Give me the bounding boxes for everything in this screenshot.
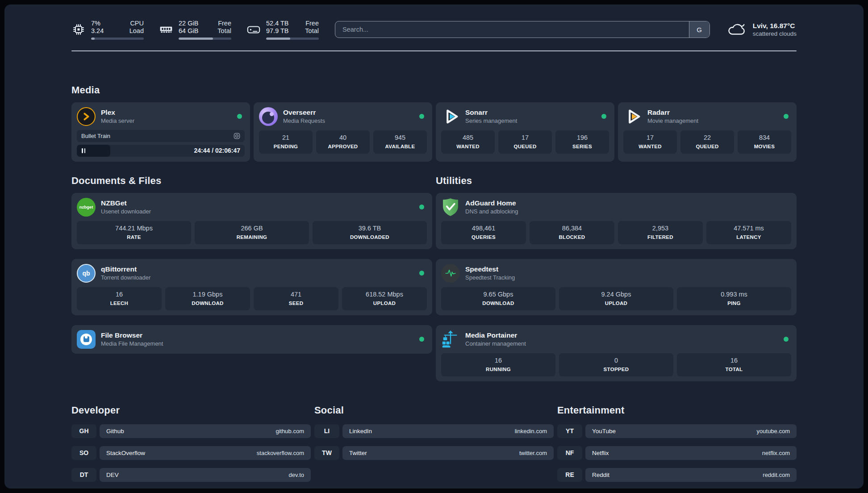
stat-tile: 17WANTED <box>623 130 677 154</box>
developer-section-title: Developer <box>71 405 311 416</box>
social-section-title: Social <box>314 405 554 416</box>
session-settings-icon[interactable] <box>234 133 240 139</box>
app-card-sonarr[interactable]: Sonarr Series management 485WANTED 17QUE… <box>436 102 614 162</box>
status-dot <box>419 205 424 209</box>
link-url: reddit.com <box>763 472 790 478</box>
link-abbr[interactable]: DT <box>71 468 96 482</box>
playback-progressbar: 24:44 / 02:06:47 <box>77 145 245 157</box>
link-twitter[interactable]: Twitter twitter.com <box>342 446 554 460</box>
app-subtitle: Torrent downloader <box>101 274 150 281</box>
stat-value: 618.52 Mbps <box>344 291 425 298</box>
stat-tile: 618.52 MbpsUPLOAD <box>342 287 427 310</box>
link-url: dev.to <box>289 472 304 478</box>
status-dot <box>601 114 606 119</box>
stat-tile: 744.21 MbpsRATE <box>77 221 191 244</box>
stat-value: 17 <box>500 134 550 142</box>
link-url: netflix.com <box>762 450 790 456</box>
memory-data: 22 GiB 64 GiB Free Total <box>179 20 231 40</box>
link-linkedin[interactable]: LinkedIn linkedin.com <box>342 424 554 438</box>
app-title: Radarr <box>647 108 698 117</box>
app-title: Overseerr <box>283 108 325 117</box>
stat-value: 0 <box>561 357 672 364</box>
link-abbr[interactable]: TW <box>314 446 339 460</box>
link-dev[interactable]: DEV dev.to <box>100 468 311 482</box>
disk-progress-fill <box>266 38 290 40</box>
link-name: StackOverflow <box>106 450 145 456</box>
link-abbr[interactable]: GH <box>71 424 96 438</box>
weather-condition: scattered clouds <box>753 30 797 38</box>
app-card-portainer[interactable]: Media Portainer Container management 16R… <box>436 325 797 381</box>
app-subtitle: Usenet downloader <box>101 208 151 215</box>
link-abbr[interactable]: YT <box>557 424 582 438</box>
app-title: qBittorrent <box>101 265 150 273</box>
cpu-values: 7% 3.24 <box>91 20 104 35</box>
app-subtitle: Media Requests <box>283 117 325 125</box>
stat-tile: 834MOVIES <box>738 130 791 154</box>
link-name: Netflix <box>592 450 609 456</box>
stat-label: REMAINING <box>196 234 307 240</box>
link-stackoverflow[interactable]: StackOverflow stackoverflow.com <box>100 446 311 460</box>
stat-label: PENDING <box>261 143 311 150</box>
search-engine-button[interactable]: G <box>689 21 709 38</box>
link-abbr[interactable]: LI <box>314 424 339 438</box>
stat-label: LATENCY <box>708 234 789 240</box>
links-area: Developer GH Github github.com SO StackO… <box>71 405 797 482</box>
link-github[interactable]: Github github.com <box>100 424 311 438</box>
stat-tile: 16LEECH <box>77 287 162 310</box>
app-subtitle: Media File Management <box>101 340 163 347</box>
link-row-linkedin: LI LinkedIn linkedin.com <box>314 424 554 438</box>
link-abbr[interactable]: RE <box>557 468 582 482</box>
link-abbr[interactable]: NF <box>557 446 582 460</box>
app-card-nzbget[interactable]: nzbget NZBGet Usenet downloader 744.21 M… <box>71 193 432 249</box>
app-card-overseerr[interactable]: Overseerr Media Requests 21PENDING 40APP… <box>254 102 432 162</box>
memory-progressbar <box>179 38 231 40</box>
plex-now-playing: Bullet Train 24:44 / 02:06:47 <box>77 130 245 157</box>
section-utilities: Utilities AdGuard Home DNS and adblockin… <box>436 175 797 381</box>
stat-value: 39.6 TB <box>314 225 425 232</box>
portainer-stats: 16RUNNING 0STOPPED 16TOTAL <box>441 353 791 376</box>
memory-free-label: Free <box>217 20 231 27</box>
cpu-progress-fill <box>91 38 95 40</box>
search-input[interactable] <box>335 21 689 38</box>
link-name: YouTube <box>592 428 616 435</box>
topbar: 7% 3.24 CPU Load <box>71 20 797 40</box>
cpu-data: 7% 3.24 CPU Load <box>91 20 144 40</box>
app-card-radarr[interactable]: Radarr Movie management 17WANTED 22QUEUE… <box>618 102 797 162</box>
stat-label: DOWNLOAD <box>167 300 248 306</box>
header-divider <box>71 50 797 51</box>
app-card-speedtest[interactable]: Speedtest Speedtest Tracking 9.65 GbpsDO… <box>436 259 797 315</box>
stat-value: 266 GB <box>196 225 307 232</box>
app-card-adguard[interactable]: AdGuard Home DNS and adblocking 498,461Q… <box>436 193 797 249</box>
plex-icon <box>77 107 96 126</box>
disk-progressbar <box>266 38 319 40</box>
link-youtube[interactable]: YouTube youtube.com <box>585 424 797 438</box>
link-reddit[interactable]: Reddit reddit.com <box>585 468 797 482</box>
link-url: twitter.com <box>519 450 547 456</box>
stat-tile: 498,461QUERIES <box>441 221 526 244</box>
qbittorrent-stats: 16LEECH 1.19 GbpsDOWNLOAD 471SEED 618.52… <box>77 287 427 310</box>
memory-labels: Free Total <box>217 20 231 35</box>
cpu-stat: 7% 3.24 CPU Load <box>71 20 144 40</box>
stat-label: SEED <box>255 300 337 306</box>
portainer-icon <box>441 330 460 349</box>
overseerr-stats: 21PENDING 40APPROVED 945AVAILABLE <box>259 130 427 154</box>
app-card-filebrowser[interactable]: File Browser Media File Management <box>71 325 432 354</box>
stat-label: APPROVED <box>318 143 368 150</box>
link-url: stackoverflow.com <box>257 450 304 456</box>
pause-icon[interactable] <box>82 148 85 153</box>
link-netflix[interactable]: Netflix netflix.com <box>585 446 797 460</box>
cpu-label: CPU <box>129 20 144 27</box>
status-dot <box>419 271 424 276</box>
link-abbr[interactable]: SO <box>71 446 96 460</box>
weather-text: Lviv, 16.87°C scattered clouds <box>753 21 797 38</box>
app-card-plex[interactable]: Plex Media server Bullet Train <box>71 102 250 162</box>
stat-value: 47.571 ms <box>708 225 789 232</box>
memory-progress-fill <box>179 38 213 40</box>
cpu-load-value: 3.24 <box>91 27 104 35</box>
app-card-qbittorrent[interactable]: qb qBittorrent Torrent downloader 16LEEC… <box>71 259 432 315</box>
stat-label: SERIES <box>557 143 607 150</box>
utilities-section-title: Utilities <box>436 175 797 187</box>
radarr-stats: 17WANTED 22QUEUED 834MOVIES <box>623 130 791 154</box>
stat-tile: 196SERIES <box>555 130 609 154</box>
link-url: youtube.com <box>757 428 790 435</box>
